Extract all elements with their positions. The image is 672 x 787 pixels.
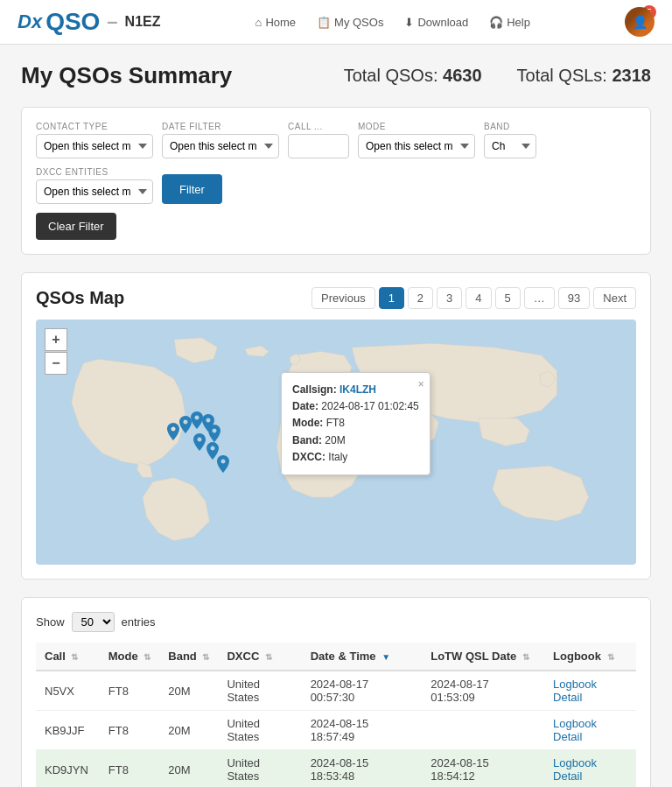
band-filter-label: BAND (484, 122, 536, 131)
table-header-row: Call ⇅ Mode ⇅ Band ⇅ DXCC ⇅ Date & Time … (36, 643, 636, 671)
total-qsls-value: 2318 (612, 66, 652, 85)
total-qsls-label: Total QSLs: (517, 66, 607, 85)
total-qsos-label: Total QSOs: (344, 66, 438, 85)
nav-help[interactable]: 🎧 Help (489, 16, 530, 29)
zoom-out-button[interactable]: − (45, 352, 67, 375)
cell-datetime: 2024-08-15 18:57:49 (302, 711, 423, 750)
logbook-detail-link[interactable]: Logbook Detail (553, 717, 597, 743)
home-icon: ⌂ (256, 16, 262, 29)
cell-dxcc: United States (218, 671, 301, 711)
pagination-page-3[interactable]: 3 (437, 287, 462, 309)
avatar[interactable]: 👤 (625, 7, 654, 37)
nav-myqsos[interactable]: 📋 My QSOs (317, 16, 383, 29)
brand-logo[interactable]: Dx QSO – N1EZ (18, 10, 161, 34)
page-title: My QSOs Summary (21, 62, 232, 89)
dxcc-filter-group: DXCC ENTITIES Open this select m (36, 167, 153, 204)
date-filter-label: DATE FILTER (162, 122, 279, 131)
cell-datetime: 2024-08-15 18:53:48 (302, 750, 423, 788)
total-qsos-value: 4630 (443, 66, 482, 85)
pagination-ellipsis: … (524, 287, 555, 309)
pagination-page-1[interactable]: 1 (379, 287, 404, 309)
tooltip-callsign-label: Callsign: (292, 383, 337, 396)
date-filter-group: DATE FILTER Open this select m (162, 122, 279, 158)
tooltip-dxcc-label: DXCC: (292, 451, 326, 463)
pagination-next[interactable]: Next (593, 287, 636, 309)
brand-callsign: N1EZ (125, 14, 161, 30)
user-avatar-container: 5 👤 (625, 7, 654, 37)
zoom-in-button[interactable]: + (45, 328, 67, 351)
total-qsls-stat: Total QSLs: 2318 (517, 66, 651, 86)
tooltip-date-label: Date: (292, 400, 318, 412)
tooltip-date-row: Date: 2024-08-17 01:02:45 (292, 398, 419, 415)
pagination-page-93[interactable]: 93 (558, 287, 590, 309)
nav-home[interactable]: ⌂ Home (256, 16, 297, 29)
contact-type-filter: CONTACT TYPE Open this select m (36, 122, 153, 158)
logbook-detail-link[interactable]: Logbook Detail (553, 756, 597, 783)
call-filter-label: CALL ... (288, 122, 349, 131)
tooltip-band-value: 20M (325, 434, 345, 446)
cell-logbook: Logbook Detail (544, 711, 636, 750)
filter-row: CONTACT TYPE Open this select m DATE FIL… (36, 122, 636, 204)
nav-links: ⌂ Home 📋 My QSOs ⬇ Download 🎧 Help (187, 16, 598, 29)
map-container[interactable]: + − (36, 320, 636, 565)
nav-download[interactable]: ⬇ Download (404, 16, 468, 29)
table-row: N5VXFT820MUnited States2024-08-17 00:57:… (36, 671, 636, 711)
band-filter-select[interactable]: Ch (484, 134, 536, 158)
pagination-page-4[interactable]: 4 (466, 287, 491, 309)
table-row: KB9JJFFT820MUnited States2024-08-15 18:5… (36, 711, 636, 750)
total-qsos-stat: Total QSOs: 4630 (344, 66, 482, 86)
date-filter-select[interactable]: Open this select m (162, 134, 279, 158)
headset-icon: 🎧 (489, 16, 503, 29)
clear-filter-button[interactable]: Clear Filter (36, 213, 116, 240)
tooltip-close-button[interactable]: × (418, 376, 424, 393)
cell-dxcc: United States (218, 711, 301, 750)
cell-call: KD9JYN (36, 750, 100, 788)
col-logbook[interactable]: Logbook ⇅ (544, 643, 636, 671)
cell-logbook: Logbook Detail (544, 671, 636, 711)
col-band[interactable]: Band ⇅ (159, 643, 218, 671)
brand-separator: – (107, 11, 117, 33)
download-icon: ⬇ (404, 16, 414, 29)
filter-section: CONTACT TYPE Open this select m DATE FIL… (21, 107, 651, 255)
filter-button[interactable]: Filter (162, 174, 222, 204)
pagination-prev[interactable]: Previous (312, 287, 375, 309)
tooltip-mode-row: Mode: FT8 (292, 415, 419, 432)
col-dxcc[interactable]: DXCC ⇅ (218, 643, 301, 671)
contact-type-select[interactable]: Open this select m (36, 134, 153, 158)
tooltip-band-row: Band: 20M (292, 432, 419, 449)
band-filter-group: BAND Ch (484, 122, 536, 158)
pagination-page-5[interactable]: 5 (495, 287, 521, 309)
tooltip-callsign-row: Callsign: IK4LZH (292, 382, 419, 398)
col-mode[interactable]: Mode ⇅ (100, 643, 160, 671)
contact-type-label: CONTACT TYPE (36, 122, 153, 131)
cell-band: 20M (159, 711, 218, 750)
cell-call: KB9JJF (36, 711, 100, 750)
dxcc-filter-select[interactable]: Open this select m (36, 179, 153, 204)
show-label: Show (36, 615, 65, 629)
col-datetime[interactable]: Date & Time ▼ (302, 643, 423, 671)
tooltip-dxcc-value: Italy (328, 451, 347, 463)
map-pin-8[interactable] (215, 455, 231, 479)
summary-header: My QSOs Summary Total QSOs: 4630 Total Q… (21, 62, 651, 89)
entries-select[interactable]: 50 (72, 612, 115, 632)
call-input[interactable] (288, 134, 349, 158)
tooltip-callsign-value: IK4LZH (340, 383, 376, 396)
map-section-title: QSOs Map (36, 288, 124, 308)
cell-mode: FT8 (100, 711, 160, 750)
tooltip-dxcc-row: DXCC: Italy (292, 449, 419, 466)
col-lotw[interactable]: LoTW QSL Date ⇅ (422, 643, 544, 671)
cell-lotw: 2024-08-15 18:54:12 (422, 750, 544, 788)
map-section-header: QSOs Map Previous 1 2 3 4 5 … 93 Next (36, 287, 636, 309)
tooltip-date-value: 2024-08-17 01:02:45 (321, 400, 418, 412)
cell-band: 20M (159, 671, 218, 711)
table-controls: Show 50 entries (36, 612, 636, 632)
col-call[interactable]: Call ⇅ (36, 643, 100, 671)
pagination: Previous 1 2 3 4 5 … 93 Next (312, 287, 636, 309)
tooltip-mode-label: Mode: (292, 417, 323, 429)
cell-mode: FT8 (100, 750, 160, 788)
mode-filter-select[interactable]: Open this select m (358, 134, 475, 158)
logbook-detail-link[interactable]: Logbook Detail (553, 678, 597, 704)
pagination-page-2[interactable]: 2 (408, 287, 433, 309)
mode-filter-group: MODE Open this select m (358, 122, 475, 158)
cell-lotw: 2024-08-17 01:53:09 (422, 671, 544, 711)
